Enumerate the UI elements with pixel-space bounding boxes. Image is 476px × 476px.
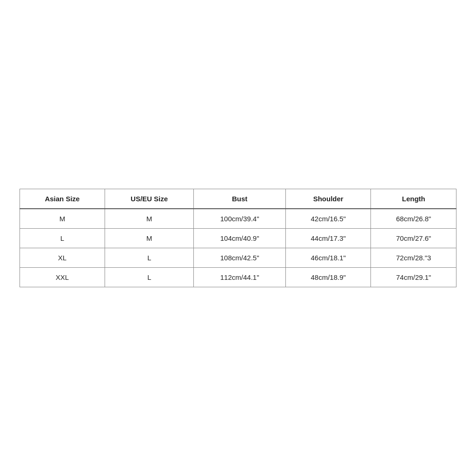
cell-bust: 108cm/42.5" bbox=[194, 248, 286, 268]
cell-length: 74cm/29.1" bbox=[371, 268, 456, 287]
cell-shoulder: 44cm/17.3" bbox=[285, 229, 371, 248]
cell-useu-size: L bbox=[105, 248, 193, 268]
cell-asian-size: XXL bbox=[20, 268, 105, 287]
table-header-row: Asian Size US/EU Size Bust Shoulder Leng… bbox=[20, 189, 456, 209]
table-row: XXLL112cm/44.1"48cm/18.9"74cm/29.1" bbox=[20, 268, 456, 287]
cell-asian-size: XL bbox=[20, 248, 105, 268]
table-row: MM100cm/39.4"42cm/16.5"68cm/26.8" bbox=[20, 209, 456, 229]
header-length: Length bbox=[371, 189, 456, 209]
header-useu-size: US/EU Size bbox=[105, 189, 193, 209]
cell-asian-size: M bbox=[20, 209, 105, 229]
cell-asian-size: L bbox=[20, 229, 105, 248]
cell-length: 70cm/27.6" bbox=[371, 229, 456, 248]
cell-shoulder: 46cm/18.1" bbox=[285, 248, 371, 268]
cell-bust: 112cm/44.1" bbox=[194, 268, 286, 287]
cell-shoulder: 48cm/18.9" bbox=[285, 268, 371, 287]
header-bust: Bust bbox=[194, 189, 286, 209]
cell-length: 72cm/28."3 bbox=[371, 248, 456, 268]
size-chart-container: Asian Size US/EU Size Bust Shoulder Leng… bbox=[20, 189, 456, 287]
cell-useu-size: M bbox=[105, 229, 193, 248]
table-row: LM104cm/40.9"44cm/17.3"70cm/27.6" bbox=[20, 229, 456, 248]
cell-bust: 104cm/40.9" bbox=[194, 229, 286, 248]
header-asian-size: Asian Size bbox=[20, 189, 105, 209]
cell-shoulder: 42cm/16.5" bbox=[285, 209, 371, 229]
cell-bust: 100cm/39.4" bbox=[194, 209, 286, 229]
cell-useu-size: M bbox=[105, 209, 193, 229]
size-chart-table: Asian Size US/EU Size Bust Shoulder Leng… bbox=[20, 189, 456, 287]
table-row: XLL108cm/42.5"46cm/18.1"72cm/28."3 bbox=[20, 248, 456, 268]
cell-length: 68cm/26.8" bbox=[371, 209, 456, 229]
cell-useu-size: L bbox=[105, 268, 193, 287]
header-shoulder: Shoulder bbox=[285, 189, 371, 209]
